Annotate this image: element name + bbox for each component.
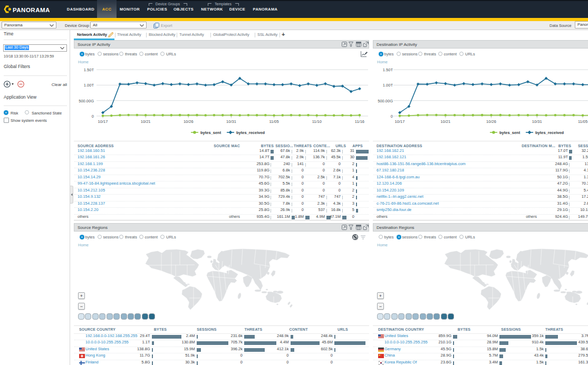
svg-text:10/26: 10/26 bbox=[486, 119, 496, 124]
svg-text:10/21: 10/21 bbox=[440, 119, 450, 124]
svg-text:500.00G: 500.00G bbox=[79, 99, 94, 103]
svg-text:500.00G: 500.00G bbox=[378, 99, 393, 103]
svg-text:11/10: 11/10 bbox=[312, 119, 322, 124]
svg-text:10/26: 10/26 bbox=[184, 119, 194, 124]
svg-text:bytes_received: bytes_received bbox=[535, 130, 564, 135]
svg-text:10/17: 10/17 bbox=[395, 119, 405, 124]
svg-text:11/05: 11/05 bbox=[269, 119, 278, 124]
svg-text:0: 0 bbox=[92, 114, 94, 119]
svg-text:bytes_sent: bytes_sent bbox=[200, 130, 221, 135]
svg-text:10/21: 10/21 bbox=[141, 119, 151, 124]
svg-text:bytes_received: bytes_received bbox=[236, 130, 265, 135]
svg-text:1.00T: 1.00T bbox=[383, 83, 393, 88]
svg-text:1.50T: 1.50T bbox=[84, 68, 94, 72]
svg-text:11/05: 11/05 bbox=[578, 119, 587, 124]
svg-text:10/31: 10/31 bbox=[532, 119, 542, 124]
svg-text:0: 0 bbox=[391, 114, 393, 119]
svg-text:10/31: 10/31 bbox=[226, 119, 236, 124]
svg-text:bytes_sent: bytes_sent bbox=[499, 130, 520, 135]
svg-text:11/16: 11/16 bbox=[355, 119, 364, 124]
svg-text:10/17: 10/17 bbox=[98, 119, 108, 124]
svg-text:1.00T: 1.00T bbox=[84, 83, 94, 88]
svg-text:1.50T: 1.50T bbox=[383, 68, 393, 72]
